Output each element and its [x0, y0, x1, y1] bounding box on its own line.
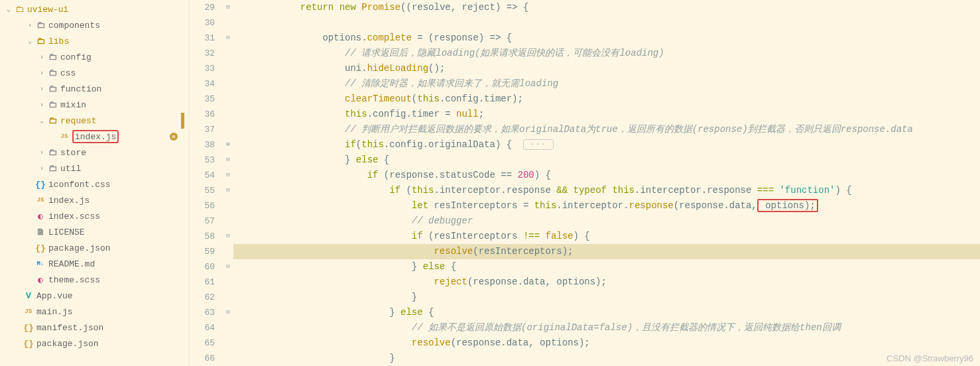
fold-collapse-icon[interactable]: ⊟ — [223, 259, 233, 274]
code-editor[interactable]: 2930313233343536373853545556575859606162… — [190, 0, 980, 366]
folder-icon: 🗀 — [46, 148, 58, 158]
tree-item-label: README.md — [48, 259, 184, 269]
chevron-right-icon: › — [37, 54, 46, 61]
tree-item-util[interactable]: ›🗀util — [0, 160, 184, 176]
fold-none — [223, 336, 233, 351]
tree-item-label: theme.scss — [48, 275, 184, 285]
fold-expand-icon[interactable]: ⊞ — [223, 137, 233, 152]
code-line[interactable]: if (response.statusCode == 200) { — [233, 168, 980, 183]
code-line[interactable]: // 清除定时器，如果请求回来了，就无需loading — [233, 76, 980, 91]
folder-open-icon: 🗀 — [46, 116, 58, 126]
tree-item-label: config — [60, 52, 184, 62]
file-explorer[interactable]: ⌄ 🗀 uview-ui ›🗀components⌄🗀libs›🗀config›… — [0, 0, 184, 366]
tree-item-label: components — [48, 21, 184, 30]
tree-item-package-json[interactable]: {}package.json — [0, 240, 184, 256]
code-line[interactable]: } else { — [233, 152, 980, 168]
tree-root-label: uview-ui — [27, 5, 184, 15]
tree-item-label: request — [60, 116, 184, 126]
fold-column[interactable]: ⊟⊟⊞⊟⊟⊟⊟⊟⊟ — [223, 0, 233, 366]
line-gutter: 2930313233343536373853545556575859606162… — [190, 0, 223, 366]
code-line[interactable]: return new Promise((resolve, reject) => … — [233, 0, 980, 15]
code-line[interactable]: // 判断用户对拦截返回数据的要求，如果originalData为true，返回… — [233, 122, 980, 137]
tree-item-label: index.scss — [48, 212, 184, 221]
tree-item-label: mixin — [60, 100, 184, 110]
code-line[interactable]: } — [233, 290, 980, 305]
fold-collapse-icon[interactable]: ⊟ — [223, 0, 233, 15]
tree-item-README-md[interactable]: M↓README.md — [0, 256, 184, 272]
tree-item-index-scss[interactable]: ◐index.scss — [0, 208, 184, 224]
chevron-down-icon: ⌄ — [37, 117, 46, 125]
code-line[interactable]: reject(response.data, options); — [233, 274, 980, 290]
tree-item-main-js[interactable]: JSmain.js — [0, 304, 184, 320]
code-line[interactable]: if(this.config.originalData) { ··· — [233, 137, 980, 152]
folder-open-icon: 🗀 — [13, 5, 25, 15]
code-line[interactable]: resolve(resInterceptors); — [233, 244, 980, 259]
tree-item-label: function — [60, 84, 184, 94]
json-icon: {} — [23, 323, 34, 333]
tree-item-manifest-json[interactable]: {}manifest.json — [0, 320, 184, 336]
code-line[interactable]: options.complete = (response) => { — [233, 30, 980, 46]
chevron-right-icon: › — [37, 149, 46, 156]
tree-item-label: manifest.json — [36, 323, 184, 333]
folder-open-icon: 🗀 — [34, 36, 46, 46]
tree-item-index-js[interactable]: JSindex.jsM — [0, 129, 184, 145]
code-line[interactable]: resolve(response.data, options); — [233, 336, 980, 351]
code-line[interactable]: // 如果不是返回原始数据(originalData=false)，且没有拦截器… — [233, 320, 980, 336]
code-line[interactable]: this.config.timer = null; — [233, 107, 980, 122]
tree-item-css[interactable]: ›🗀css — [0, 65, 184, 81]
code-line[interactable] — [233, 15, 980, 30]
code-line[interactable]: clearTimeout(this.config.timer); — [233, 91, 980, 107]
fold-none — [223, 15, 233, 30]
code-line[interactable]: if (this.interceptor.response && typeof … — [233, 183, 980, 198]
tree-item-components[interactable]: ›🗀components — [0, 17, 184, 33]
fold-collapse-icon[interactable]: ⊟ — [223, 183, 233, 198]
fold-collapse-icon[interactable]: ⊟ — [223, 168, 233, 183]
sidebar-resizer[interactable] — [184, 0, 190, 366]
tree-item-function[interactable]: ›🗀function — [0, 81, 184, 97]
tree-item-index-js[interactable]: JSindex.js — [0, 192, 184, 208]
tree-item-iconfont-css[interactable]: {}iconfont.css — [0, 176, 184, 192]
chevron-right-icon: › — [25, 22, 34, 29]
tree-item-label: iconfont.css — [48, 180, 184, 190]
watermark: CSDN @Strawberry96 — [887, 353, 973, 363]
chevron-down-icon: ⌄ — [4, 5, 13, 13]
code-line[interactable]: uni.hideLoading(); — [233, 61, 980, 76]
tree-item-label: libs — [48, 36, 184, 46]
css-icon: {} — [34, 180, 46, 190]
tree-item-App-vue[interactable]: VApp.vue — [0, 288, 184, 304]
code-line[interactable]: } else { — [233, 305, 980, 320]
tree-item-LICENSE[interactable]: 🗎LICENSE — [0, 224, 184, 240]
tree-item-mixin[interactable]: ›🗀mixin — [0, 97, 184, 113]
fold-none — [223, 290, 233, 305]
fold-collapse-icon[interactable]: ⊟ — [223, 305, 233, 320]
fold-none — [223, 320, 233, 336]
folder-icon: 🗀 — [46, 68, 58, 78]
fold-none — [223, 213, 233, 229]
code-line[interactable]: } else { — [233, 259, 980, 274]
tree-item-theme-scss[interactable]: ◐theme.scss — [0, 272, 184, 288]
js-icon: JS — [23, 308, 34, 315]
tree-root[interactable]: ⌄ 🗀 uview-ui — [0, 1, 184, 17]
tree-item-label: LICENSE — [48, 227, 184, 237]
code-content[interactable]: return new Promise((resolve, reject) => … — [233, 0, 980, 366]
code-line[interactable]: // debugger — [233, 213, 980, 229]
tree-item-store[interactable]: ›🗀store — [0, 145, 184, 160]
code-line[interactable]: if (resInterceptors !== false) { — [233, 229, 980, 244]
json-icon: {} — [23, 339, 34, 349]
fold-collapse-icon[interactable]: ⊟ — [223, 30, 233, 46]
fold-none — [223, 122, 233, 137]
vue-icon: V — [23, 291, 34, 301]
tree-item-request[interactable]: ⌄🗀request — [0, 113, 184, 129]
md-icon: M↓ — [34, 261, 46, 267]
tree-item-package-json[interactable]: {}package.json — [0, 336, 184, 351]
fold-collapse-icon[interactable]: ⊟ — [223, 229, 233, 244]
chevron-right-icon: › — [37, 165, 46, 172]
tree-item-libs[interactable]: ⌄🗀libs — [0, 33, 184, 49]
folder-icon: 🗀 — [46, 100, 58, 110]
code-line[interactable]: } — [233, 351, 980, 366]
code-line[interactable]: // 请求返回后，隐藏loading(如果请求返回快的话，可能会没有loadin… — [233, 46, 980, 61]
fold-collapse-icon[interactable]: ⊟ — [223, 152, 233, 168]
tree-item-config[interactable]: ›🗀config — [0, 49, 184, 65]
fold-none — [223, 107, 233, 122]
code-line[interactable]: let resInterceptors = this.interceptor.r… — [233, 198, 980, 213]
